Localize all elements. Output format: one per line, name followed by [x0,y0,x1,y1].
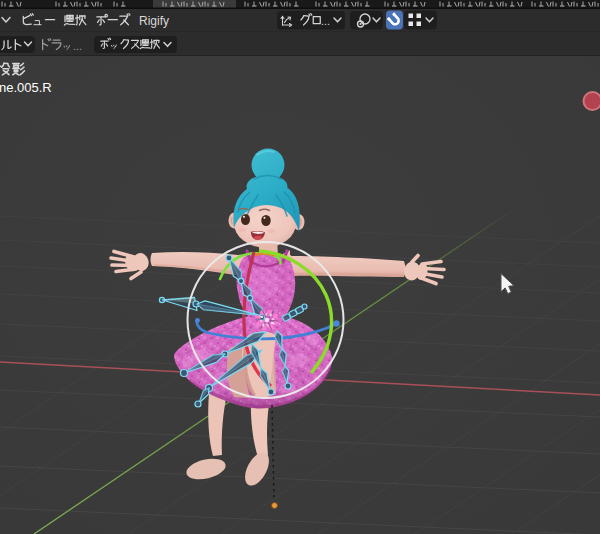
svg-text:...: ... [73,40,82,52]
svg-text:...: ... [321,15,330,27]
svg-text:Rigify: Rigify [139,14,169,28]
svg-text:ne.005.R: ne.005.R [0,80,52,95]
